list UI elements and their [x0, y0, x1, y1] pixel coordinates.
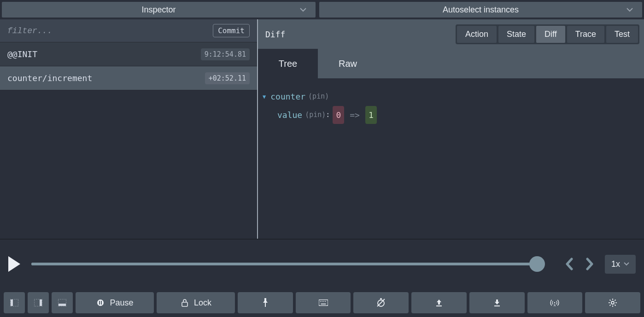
tab-test[interactable]: Test — [606, 26, 638, 43]
arrow-icon: => — [350, 106, 360, 124]
svg-point-6 — [97, 299, 104, 306]
speed-label: 1x — [611, 259, 620, 269]
action-name: @@INIT — [7, 49, 37, 59]
svg-rect-5 — [59, 304, 66, 306]
download-button[interactable] — [469, 292, 525, 313]
inspector-label: Inspector — [141, 5, 176, 15]
top-bar: Inspector Autoselect instances — [0, 0, 644, 19]
pin-button[interactable] — [238, 292, 293, 313]
tree-leaf[interactable]: value (pin): 0 => 1 — [263, 106, 639, 124]
svg-point-13 — [322, 301, 322, 302]
tab-action[interactable]: Action — [457, 26, 497, 43]
action-row[interactable]: @@INIT 9:12:54.81 — [0, 42, 257, 66]
autoselect-label: Autoselect instances — [443, 5, 519, 15]
svg-point-12 — [320, 301, 321, 302]
pin-label[interactable]: (pin): — [305, 107, 330, 123]
action-panel: Commit @@INIT 9:12:54.81 counter/increme… — [0, 19, 258, 239]
tab-diff[interactable]: Diff — [536, 26, 565, 43]
antenna-icon: A — [550, 298, 559, 307]
svg-point-15 — [325, 301, 326, 302]
workspace: Commit @@INIT 9:12:54.81 counter/increme… — [0, 19, 644, 239]
timeline: 1x — [0, 239, 644, 288]
dock-left-icon — [10, 298, 19, 307]
detail-panel: Diff Action State Diff Trace Test Tree R… — [258, 19, 644, 239]
pause-icon — [96, 298, 105, 307]
svg-point-14 — [323, 301, 324, 302]
svg-rect-7 — [99, 301, 100, 305]
upload-button[interactable] — [411, 292, 467, 313]
diff-content: ▼ counter (pin) value (pin): 0 => 1 — [258, 78, 644, 239]
filter-input[interactable] — [7, 26, 213, 35]
svg-rect-16 — [321, 304, 326, 305]
svg-point-25 — [611, 301, 614, 304]
view-tabs: Action State Diff Trace Test — [456, 24, 639, 44]
step-back-button[interactable] — [565, 258, 574, 270]
svg-line-33 — [615, 300, 616, 301]
detail-title: Diff — [265, 29, 285, 39]
sub-tab-raw[interactable]: Raw — [318, 49, 378, 78]
svg-rect-10 — [265, 303, 266, 307]
step-forward-button[interactable] — [585, 258, 594, 270]
inspector-dropdown[interactable]: Inspector — [1, 1, 316, 18]
tab-trace[interactable]: Trace — [567, 26, 604, 43]
diff-key: value — [277, 106, 302, 124]
detail-header: Diff Action State Diff Trace Test — [258, 19, 644, 49]
diff-new-value: 1 — [365, 106, 377, 124]
slider-thumb[interactable] — [529, 256, 545, 272]
expand-icon[interactable]: ▼ — [263, 91, 266, 103]
commit-button[interactable]: Commit — [213, 24, 250, 37]
bottom-toolbar: Pause Lock A — [0, 288, 644, 317]
svg-rect-21 — [436, 305, 442, 306]
dock-bottom-icon — [58, 298, 67, 307]
timer-off-button[interactable] — [353, 292, 409, 313]
dock-right-button[interactable] — [28, 292, 49, 313]
keyboard-icon — [319, 298, 328, 307]
timer-off-icon — [376, 298, 386, 307]
action-time: 9:12:54.81 — [201, 48, 250, 60]
settings-button[interactable] — [585, 292, 640, 313]
svg-rect-11 — [319, 300, 328, 306]
dock-left-button[interactable] — [4, 292, 25, 313]
download-icon — [492, 298, 502, 307]
tab-state[interactable]: State — [498, 26, 534, 43]
gear-icon — [608, 298, 617, 307]
action-time: +02:52.11 — [205, 72, 250, 84]
upload-icon — [434, 298, 444, 307]
svg-rect-9 — [182, 302, 187, 306]
sub-tab-tree[interactable]: Tree — [258, 49, 318, 78]
timeline-slider[interactable] — [31, 263, 538, 265]
dock-bottom-button[interactable] — [52, 292, 73, 313]
speed-selector[interactable]: 1x — [605, 255, 636, 274]
keyboard-button[interactable] — [296, 292, 351, 313]
lock-button[interactable]: Lock — [157, 292, 235, 313]
chevron-down-icon — [624, 262, 629, 266]
lock-icon — [180, 298, 189, 307]
svg-line-31 — [615, 305, 616, 305]
svg-rect-1 — [11, 299, 13, 306]
chevron-down-icon — [626, 7, 633, 12]
svg-point-23 — [554, 302, 556, 304]
action-name: counter/increment — [7, 73, 92, 83]
chevron-down-icon — [300, 7, 306, 12]
pause-label: Pause — [110, 298, 133, 308]
remote-button[interactable]: A — [527, 292, 583, 313]
pin-label[interactable]: (pin) — [308, 89, 329, 104]
sub-tabs: Tree Raw — [258, 49, 644, 78]
diff-old-value: 0 — [333, 106, 344, 124]
dock-right-icon — [34, 298, 43, 307]
pin-icon — [261, 298, 270, 307]
lock-label: Lock — [194, 298, 211, 308]
slider-fill — [31, 263, 538, 265]
pause-button[interactable]: Pause — [76, 292, 154, 313]
svg-line-32 — [610, 305, 611, 305]
filter-row: Commit — [0, 19, 257, 42]
tree-node[interactable]: ▼ counter (pin) — [263, 88, 639, 106]
action-row[interactable]: counter/increment +02:52.11 — [0, 66, 257, 90]
play-button[interactable] — [8, 256, 20, 272]
svg-rect-22 — [494, 305, 500, 306]
svg-rect-3 — [40, 299, 42, 306]
svg-rect-8 — [101, 301, 102, 305]
timeline-nav — [565, 258, 594, 270]
svg-text:A: A — [554, 304, 556, 307]
instances-dropdown[interactable]: Autoselect instances — [318, 1, 643, 18]
